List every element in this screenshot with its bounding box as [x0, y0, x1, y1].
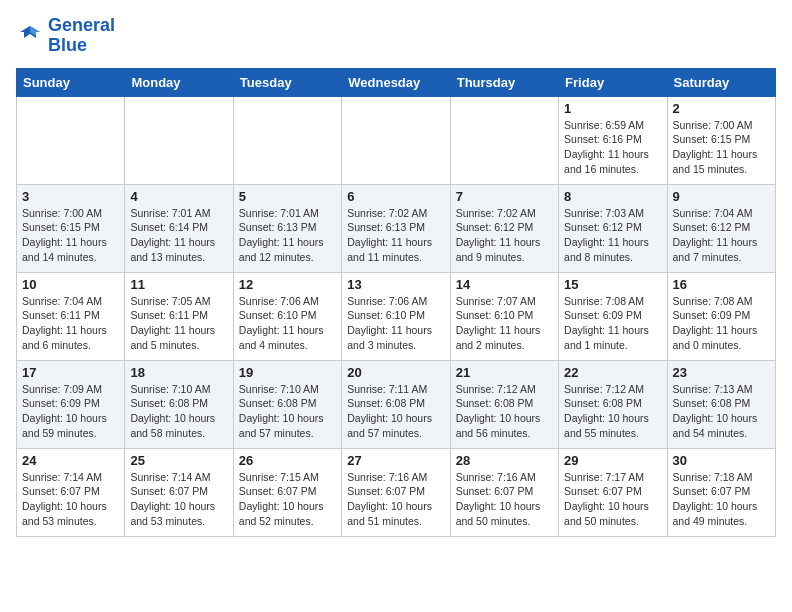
day-info: Sunrise: 7:06 AM Sunset: 6:10 PM Dayligh…	[239, 294, 336, 353]
day-info: Sunrise: 7:02 AM Sunset: 6:12 PM Dayligh…	[456, 206, 553, 265]
day-number: 14	[456, 277, 553, 292]
calendar-cell: 8Sunrise: 7:03 AM Sunset: 6:12 PM Daylig…	[559, 184, 667, 272]
calendar-cell: 23Sunrise: 7:13 AM Sunset: 6:08 PM Dayli…	[667, 360, 775, 448]
day-info: Sunrise: 7:06 AM Sunset: 6:10 PM Dayligh…	[347, 294, 444, 353]
day-number: 26	[239, 453, 336, 468]
calendar-cell: 29Sunrise: 7:17 AM Sunset: 6:07 PM Dayli…	[559, 448, 667, 536]
day-info: Sunrise: 7:09 AM Sunset: 6:09 PM Dayligh…	[22, 382, 119, 441]
day-info: Sunrise: 7:11 AM Sunset: 6:08 PM Dayligh…	[347, 382, 444, 441]
calendar-cell: 17Sunrise: 7:09 AM Sunset: 6:09 PM Dayli…	[17, 360, 125, 448]
day-number: 4	[130, 189, 227, 204]
day-number: 7	[456, 189, 553, 204]
page-header: General Blue	[16, 16, 776, 56]
calendar-cell	[233, 96, 341, 184]
logo-text: General Blue	[48, 16, 115, 56]
day-number: 8	[564, 189, 661, 204]
day-number: 9	[673, 189, 770, 204]
day-number: 20	[347, 365, 444, 380]
day-number: 1	[564, 101, 661, 116]
calendar-cell: 22Sunrise: 7:12 AM Sunset: 6:08 PM Dayli…	[559, 360, 667, 448]
day-info: Sunrise: 7:10 AM Sunset: 6:08 PM Dayligh…	[130, 382, 227, 441]
calendar-table: SundayMondayTuesdayWednesdayThursdayFrid…	[16, 68, 776, 537]
calendar-cell: 30Sunrise: 7:18 AM Sunset: 6:07 PM Dayli…	[667, 448, 775, 536]
logo-icon	[16, 22, 44, 50]
day-number: 25	[130, 453, 227, 468]
day-info: Sunrise: 7:12 AM Sunset: 6:08 PM Dayligh…	[456, 382, 553, 441]
day-number: 19	[239, 365, 336, 380]
day-info: Sunrise: 7:10 AM Sunset: 6:08 PM Dayligh…	[239, 382, 336, 441]
day-number: 13	[347, 277, 444, 292]
day-number: 12	[239, 277, 336, 292]
day-number: 6	[347, 189, 444, 204]
day-header-monday: Monday	[125, 68, 233, 96]
day-number: 23	[673, 365, 770, 380]
calendar-week-row: 17Sunrise: 7:09 AM Sunset: 6:09 PM Dayli…	[17, 360, 776, 448]
day-info: Sunrise: 7:16 AM Sunset: 6:07 PM Dayligh…	[347, 470, 444, 529]
day-number: 27	[347, 453, 444, 468]
day-number: 29	[564, 453, 661, 468]
calendar-header-row: SundayMondayTuesdayWednesdayThursdayFrid…	[17, 68, 776, 96]
calendar-cell: 6Sunrise: 7:02 AM Sunset: 6:13 PM Daylig…	[342, 184, 450, 272]
day-header-saturday: Saturday	[667, 68, 775, 96]
day-info: Sunrise: 7:14 AM Sunset: 6:07 PM Dayligh…	[130, 470, 227, 529]
logo: General Blue	[16, 16, 115, 56]
calendar-cell	[450, 96, 558, 184]
calendar-cell: 21Sunrise: 7:12 AM Sunset: 6:08 PM Dayli…	[450, 360, 558, 448]
calendar-week-row: 24Sunrise: 7:14 AM Sunset: 6:07 PM Dayli…	[17, 448, 776, 536]
day-number: 17	[22, 365, 119, 380]
day-number: 2	[673, 101, 770, 116]
calendar-cell: 27Sunrise: 7:16 AM Sunset: 6:07 PM Dayli…	[342, 448, 450, 536]
calendar-cell: 16Sunrise: 7:08 AM Sunset: 6:09 PM Dayli…	[667, 272, 775, 360]
day-info: Sunrise: 7:05 AM Sunset: 6:11 PM Dayligh…	[130, 294, 227, 353]
calendar-cell: 20Sunrise: 7:11 AM Sunset: 6:08 PM Dayli…	[342, 360, 450, 448]
day-info: Sunrise: 7:04 AM Sunset: 6:11 PM Dayligh…	[22, 294, 119, 353]
calendar-cell: 5Sunrise: 7:01 AM Sunset: 6:13 PM Daylig…	[233, 184, 341, 272]
calendar-cell	[342, 96, 450, 184]
day-number: 22	[564, 365, 661, 380]
day-info: Sunrise: 7:07 AM Sunset: 6:10 PM Dayligh…	[456, 294, 553, 353]
day-number: 28	[456, 453, 553, 468]
day-number: 18	[130, 365, 227, 380]
calendar-cell: 19Sunrise: 7:10 AM Sunset: 6:08 PM Dayli…	[233, 360, 341, 448]
day-info: Sunrise: 7:02 AM Sunset: 6:13 PM Dayligh…	[347, 206, 444, 265]
calendar-week-row: 1Sunrise: 6:59 AM Sunset: 6:16 PM Daylig…	[17, 96, 776, 184]
day-number: 21	[456, 365, 553, 380]
calendar-cell: 9Sunrise: 7:04 AM Sunset: 6:12 PM Daylig…	[667, 184, 775, 272]
day-number: 11	[130, 277, 227, 292]
day-info: Sunrise: 7:03 AM Sunset: 6:12 PM Dayligh…	[564, 206, 661, 265]
calendar-cell: 11Sunrise: 7:05 AM Sunset: 6:11 PM Dayli…	[125, 272, 233, 360]
calendar-cell: 2Sunrise: 7:00 AM Sunset: 6:15 PM Daylig…	[667, 96, 775, 184]
day-info: Sunrise: 7:00 AM Sunset: 6:15 PM Dayligh…	[22, 206, 119, 265]
day-info: Sunrise: 7:12 AM Sunset: 6:08 PM Dayligh…	[564, 382, 661, 441]
day-info: Sunrise: 7:04 AM Sunset: 6:12 PM Dayligh…	[673, 206, 770, 265]
day-info: Sunrise: 7:13 AM Sunset: 6:08 PM Dayligh…	[673, 382, 770, 441]
day-number: 10	[22, 277, 119, 292]
day-info: Sunrise: 7:01 AM Sunset: 6:13 PM Dayligh…	[239, 206, 336, 265]
day-number: 15	[564, 277, 661, 292]
day-info: Sunrise: 7:17 AM Sunset: 6:07 PM Dayligh…	[564, 470, 661, 529]
calendar-week-row: 10Sunrise: 7:04 AM Sunset: 6:11 PM Dayli…	[17, 272, 776, 360]
day-info: Sunrise: 7:01 AM Sunset: 6:14 PM Dayligh…	[130, 206, 227, 265]
day-header-wednesday: Wednesday	[342, 68, 450, 96]
calendar-cell	[17, 96, 125, 184]
day-number: 16	[673, 277, 770, 292]
calendar-cell: 10Sunrise: 7:04 AM Sunset: 6:11 PM Dayli…	[17, 272, 125, 360]
day-info: Sunrise: 7:16 AM Sunset: 6:07 PM Dayligh…	[456, 470, 553, 529]
calendar-week-row: 3Sunrise: 7:00 AM Sunset: 6:15 PM Daylig…	[17, 184, 776, 272]
day-info: Sunrise: 7:08 AM Sunset: 6:09 PM Dayligh…	[564, 294, 661, 353]
day-header-friday: Friday	[559, 68, 667, 96]
day-header-tuesday: Tuesday	[233, 68, 341, 96]
calendar-cell: 18Sunrise: 7:10 AM Sunset: 6:08 PM Dayli…	[125, 360, 233, 448]
day-header-sunday: Sunday	[17, 68, 125, 96]
calendar-cell: 15Sunrise: 7:08 AM Sunset: 6:09 PM Dayli…	[559, 272, 667, 360]
day-info: Sunrise: 7:08 AM Sunset: 6:09 PM Dayligh…	[673, 294, 770, 353]
day-header-thursday: Thursday	[450, 68, 558, 96]
day-number: 5	[239, 189, 336, 204]
calendar-cell: 1Sunrise: 6:59 AM Sunset: 6:16 PM Daylig…	[559, 96, 667, 184]
day-info: Sunrise: 7:00 AM Sunset: 6:15 PM Dayligh…	[673, 118, 770, 177]
calendar-cell: 26Sunrise: 7:15 AM Sunset: 6:07 PM Dayli…	[233, 448, 341, 536]
calendar-cell: 14Sunrise: 7:07 AM Sunset: 6:10 PM Dayli…	[450, 272, 558, 360]
day-info: Sunrise: 7:15 AM Sunset: 6:07 PM Dayligh…	[239, 470, 336, 529]
calendar-cell: 7Sunrise: 7:02 AM Sunset: 6:12 PM Daylig…	[450, 184, 558, 272]
day-info: Sunrise: 6:59 AM Sunset: 6:16 PM Dayligh…	[564, 118, 661, 177]
